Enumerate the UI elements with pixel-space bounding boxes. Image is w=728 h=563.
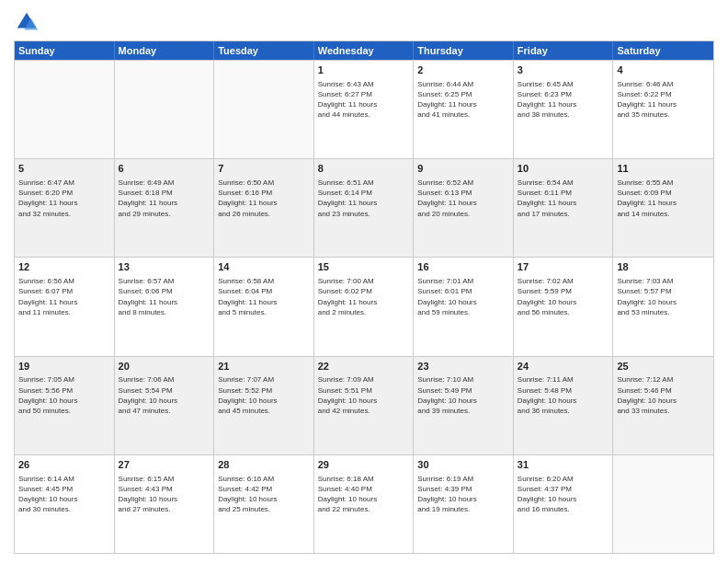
day-number: 8 [318, 162, 410, 176]
col-header-monday: Monday [115, 41, 215, 60]
day-number: 31 [518, 458, 609, 472]
cal-cell: 24Sunrise: 7:11 AM Sunset: 5:48 PM Dayli… [514, 357, 614, 454]
day-number: 21 [218, 360, 310, 373]
cal-cell: 25Sunrise: 7:12 AM Sunset: 5:46 PM Dayli… [613, 357, 713, 454]
col-header-saturday: Saturday [613, 41, 713, 60]
cell-text: Sunrise: 6:57 AM Sunset: 6:06 PM Dayligh… [119, 276, 210, 317]
cell-text: Sunrise: 7:09 AM Sunset: 5:51 PM Dayligh… [318, 374, 410, 416]
cal-cell: 4Sunrise: 6:46 AM Sunset: 6:22 PM Daylig… [613, 61, 713, 158]
day-number: 9 [417, 162, 509, 176]
cal-cell: 19Sunrise: 7:05 AM Sunset: 5:56 PM Dayli… [15, 357, 115, 454]
cal-cell: 17Sunrise: 7:02 AM Sunset: 5:59 PM Dayli… [514, 258, 614, 355]
week-row-4: 19Sunrise: 7:05 AM Sunset: 5:56 PM Dayli… [15, 356, 713, 454]
day-number: 23 [417, 360, 509, 373]
cal-cell [15, 61, 115, 158]
cell-text: Sunrise: 6:54 AM Sunset: 6:11 PM Dayligh… [518, 178, 609, 219]
day-number: 13 [119, 260, 210, 274]
day-number: 6 [119, 162, 210, 176]
cell-text: Sunrise: 6:47 AM Sunset: 6:20 PM Dayligh… [18, 178, 110, 219]
day-number: 20 [119, 360, 210, 373]
day-number: 17 [518, 260, 609, 274]
day-number: 15 [318, 260, 410, 274]
cal-cell: 7Sunrise: 6:50 AM Sunset: 6:16 PM Daylig… [214, 159, 314, 257]
header [14, 9, 714, 35]
week-row-3: 12Sunrise: 6:56 AM Sunset: 6:07 PM Dayli… [15, 257, 713, 355]
cell-text: Sunrise: 6:56 AM Sunset: 6:07 PM Dayligh… [18, 276, 110, 317]
day-number: 1 [318, 63, 410, 77]
day-number: 18 [617, 260, 710, 274]
cal-cell: 22Sunrise: 7:09 AM Sunset: 5:51 PM Dayli… [314, 357, 415, 454]
cal-cell: 2Sunrise: 6:44 AM Sunset: 6:25 PM Daylig… [414, 61, 514, 158]
cal-cell [214, 61, 314, 158]
cell-text: Sunrise: 6:49 AM Sunset: 6:18 PM Dayligh… [119, 178, 210, 219]
cell-text: Sunrise: 6:16 AM Sunset: 4:42 PM Dayligh… [218, 474, 310, 515]
cal-cell: 8Sunrise: 6:51 AM Sunset: 6:14 PM Daylig… [314, 159, 415, 257]
col-header-sunday: Sunday [15, 41, 115, 60]
cal-cell: 15Sunrise: 7:00 AM Sunset: 6:02 PM Dayli… [314, 258, 415, 355]
calendar: SundayMondayTuesdayWednesdayThursdayFrid… [14, 40, 714, 554]
cal-cell: 27Sunrise: 6:15 AM Sunset: 4:43 PM Dayli… [115, 455, 215, 553]
cell-text: Sunrise: 6:19 AM Sunset: 4:39 PM Dayligh… [417, 474, 509, 515]
cell-text: Sunrise: 6:44 AM Sunset: 6:25 PM Dayligh… [417, 79, 509, 121]
cell-text: Sunrise: 6:50 AM Sunset: 6:16 PM Dayligh… [218, 178, 310, 219]
logo [14, 9, 43, 35]
cell-text: Sunrise: 6:43 AM Sunset: 6:27 PM Dayligh… [318, 79, 410, 121]
day-number: 11 [617, 162, 710, 176]
day-number: 4 [617, 63, 710, 77]
day-number: 25 [617, 360, 710, 373]
cell-text: Sunrise: 6:45 AM Sunset: 6:23 PM Dayligh… [518, 79, 609, 121]
day-number: 19 [18, 360, 110, 373]
day-number: 30 [417, 458, 509, 472]
cell-text: Sunrise: 7:07 AM Sunset: 5:52 PM Dayligh… [218, 374, 310, 416]
week-row-5: 26Sunrise: 6:14 AM Sunset: 4:45 PM Dayli… [15, 454, 713, 553]
cal-cell: 14Sunrise: 6:58 AM Sunset: 6:04 PM Dayli… [214, 258, 314, 355]
cal-cell: 29Sunrise: 6:18 AM Sunset: 4:40 PM Dayli… [314, 455, 415, 553]
cell-text: Sunrise: 6:46 AM Sunset: 6:22 PM Dayligh… [617, 79, 710, 121]
cell-text: Sunrise: 7:03 AM Sunset: 5:57 PM Dayligh… [617, 276, 710, 317]
day-number: 3 [518, 63, 609, 77]
cal-cell: 31Sunrise: 6:20 AM Sunset: 4:37 PM Dayli… [514, 455, 614, 553]
cell-text: Sunrise: 6:51 AM Sunset: 6:14 PM Dayligh… [318, 178, 410, 219]
cal-cell: 9Sunrise: 6:52 AM Sunset: 6:13 PM Daylig… [414, 159, 514, 257]
col-header-wednesday: Wednesday [314, 41, 415, 60]
cal-cell: 16Sunrise: 7:01 AM Sunset: 6:01 PM Dayli… [414, 258, 514, 355]
cell-text: Sunrise: 6:58 AM Sunset: 6:04 PM Dayligh… [218, 276, 310, 317]
cal-cell: 23Sunrise: 7:10 AM Sunset: 5:49 PM Dayli… [414, 357, 514, 454]
cal-cell: 21Sunrise: 7:07 AM Sunset: 5:52 PM Dayli… [214, 357, 314, 454]
col-header-tuesday: Tuesday [214, 41, 314, 60]
calendar-header-row: SundayMondayTuesdayWednesdayThursdayFrid… [15, 41, 713, 60]
cal-cell: 5Sunrise: 6:47 AM Sunset: 6:20 PM Daylig… [15, 159, 115, 257]
day-number: 16 [417, 260, 509, 274]
day-number: 5 [18, 162, 110, 176]
day-number: 10 [518, 162, 609, 176]
cell-text: Sunrise: 7:10 AM Sunset: 5:49 PM Dayligh… [417, 374, 509, 416]
cal-cell: 11Sunrise: 6:55 AM Sunset: 6:09 PM Dayli… [613, 159, 713, 257]
col-header-friday: Friday [514, 41, 614, 60]
cell-text: Sunrise: 6:14 AM Sunset: 4:45 PM Dayligh… [18, 474, 110, 515]
cell-text: Sunrise: 6:55 AM Sunset: 6:09 PM Dayligh… [617, 178, 710, 219]
cell-text: Sunrise: 7:11 AM Sunset: 5:48 PM Dayligh… [518, 374, 609, 416]
cal-cell: 10Sunrise: 6:54 AM Sunset: 6:11 PM Dayli… [514, 159, 614, 257]
cal-cell: 12Sunrise: 6:56 AM Sunset: 6:07 PM Dayli… [15, 258, 115, 355]
cal-cell [115, 61, 215, 158]
cell-text: Sunrise: 7:00 AM Sunset: 6:02 PM Dayligh… [318, 276, 410, 317]
logo-icon [14, 9, 40, 35]
cell-text: Sunrise: 6:20 AM Sunset: 4:37 PM Dayligh… [518, 474, 609, 515]
day-number: 22 [318, 360, 410, 373]
cal-cell: 30Sunrise: 6:19 AM Sunset: 4:39 PM Dayli… [414, 455, 514, 553]
cell-text: Sunrise: 7:05 AM Sunset: 5:56 PM Dayligh… [18, 374, 110, 416]
week-row-2: 5Sunrise: 6:47 AM Sunset: 6:20 PM Daylig… [15, 158, 713, 257]
cal-cell [613, 455, 713, 553]
cal-cell: 18Sunrise: 7:03 AM Sunset: 5:57 PM Dayli… [613, 258, 713, 355]
cal-cell: 28Sunrise: 6:16 AM Sunset: 4:42 PM Dayli… [214, 455, 314, 553]
page: SundayMondayTuesdayWednesdayThursdayFrid… [0, 0, 728, 563]
cell-text: Sunrise: 7:12 AM Sunset: 5:46 PM Dayligh… [617, 374, 710, 416]
day-number: 29 [318, 458, 410, 472]
day-number: 12 [18, 260, 110, 274]
cell-text: Sunrise: 6:18 AM Sunset: 4:40 PM Dayligh… [318, 474, 410, 515]
day-number: 27 [119, 458, 210, 472]
day-number: 26 [18, 458, 110, 472]
cell-text: Sunrise: 7:06 AM Sunset: 5:54 PM Dayligh… [119, 374, 210, 416]
cal-cell: 13Sunrise: 6:57 AM Sunset: 6:06 PM Dayli… [115, 258, 215, 355]
day-number: 14 [218, 260, 310, 274]
